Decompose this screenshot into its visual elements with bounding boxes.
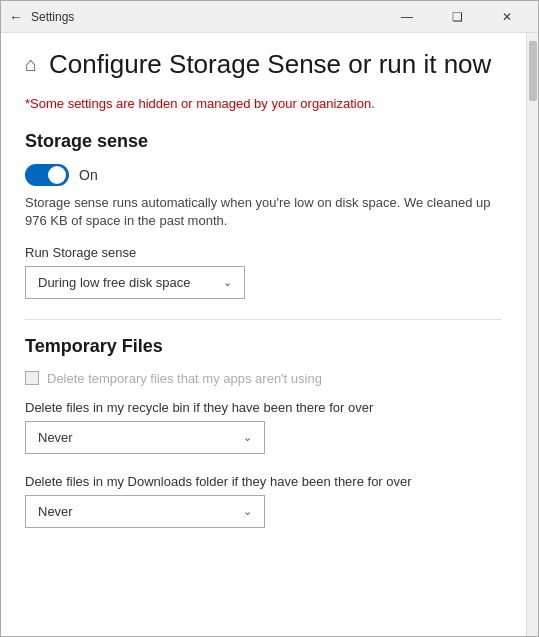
title-bar-controls: — ❑ ✕ [384,1,530,33]
recycle-bin-label: Delete files in my recycle bin if they h… [25,400,502,415]
storage-sense-description: Storage sense runs automatically when yo… [25,194,502,230]
back-button[interactable]: ← [9,9,23,25]
content-area: ⌂ Configure Storage Sense or run it now … [1,33,538,637]
downloads-label: Delete files in my Downloads folder if t… [25,474,502,489]
delete-temp-label: Delete temporary files that my apps aren… [47,371,322,386]
page-header: ⌂ Configure Storage Sense or run it now [25,49,502,80]
delete-temp-checkbox-row: Delete temporary files that my apps aren… [25,371,502,386]
run-dropdown-value: During low free disk space [38,275,190,290]
storage-sense-toggle[interactable] [25,164,69,186]
downloads-dropdown-arrow: ⌄ [243,505,252,518]
org-warning: *Some settings are hidden or managed by … [25,96,502,111]
run-storage-sense-label: Run Storage sense [25,245,502,260]
delete-temp-checkbox[interactable] [25,371,39,385]
main-content: ⌂ Configure Storage Sense or run it now … [1,33,526,637]
scrollbar-thumb[interactable] [529,41,537,101]
home-icon: ⌂ [25,53,37,76]
title-bar: ← Settings — ❑ ✕ [1,1,538,33]
close-button[interactable]: ✕ [484,1,530,33]
storage-sense-section-title: Storage sense [25,131,502,152]
recycle-bin-dropdown[interactable]: Never ⌄ [25,421,265,454]
section-divider [25,319,502,320]
minimize-button[interactable]: — [384,1,430,33]
run-dropdown-arrow: ⌄ [223,276,232,289]
scrollbar[interactable] [526,33,538,637]
recycle-dropdown-value: Never [38,430,73,445]
downloads-dropdown-value: Never [38,504,73,519]
temp-files-section-title: Temporary Files [25,336,502,357]
toggle-knob [48,166,66,184]
maximize-button[interactable]: ❑ [434,1,480,33]
downloads-dropdown[interactable]: Never ⌄ [25,495,265,528]
page-title: Configure Storage Sense or run it now [49,49,491,80]
recycle-dropdown-arrow: ⌄ [243,431,252,444]
run-storage-sense-dropdown[interactable]: During low free disk space ⌄ [25,266,245,299]
toggle-label: On [79,167,98,183]
toggle-row: On [25,164,502,186]
title-bar-text: Settings [31,10,384,24]
